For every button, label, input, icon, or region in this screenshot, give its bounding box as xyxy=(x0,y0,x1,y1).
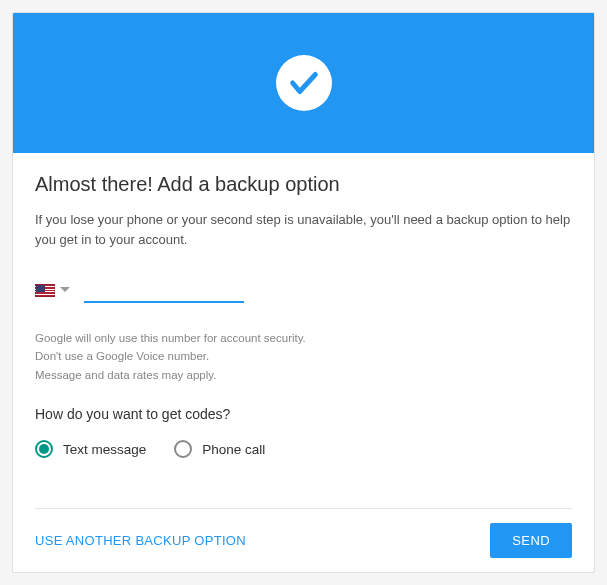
banner xyxy=(13,13,594,153)
phone-number-input[interactable] xyxy=(84,277,244,303)
radio-label: Text message xyxy=(63,442,146,457)
delivery-radio-group: Text message Phone call xyxy=(35,440,572,458)
disclaimer-rates: Message and data rates may apply. xyxy=(35,366,572,384)
disclaimer-security: Google will only use this number for acc… xyxy=(35,329,572,347)
radio-icon xyxy=(35,440,53,458)
us-flag-icon xyxy=(35,284,55,297)
delivery-question: How do you want to get codes? xyxy=(35,406,572,422)
chevron-down-icon xyxy=(60,287,70,293)
radio-label: Phone call xyxy=(202,442,265,457)
phone-row xyxy=(35,277,572,303)
radio-phone-call[interactable]: Phone call xyxy=(174,440,265,458)
send-button[interactable]: SEND xyxy=(490,523,572,558)
checkmark-icon xyxy=(276,55,332,111)
use-another-backup-link[interactable]: USE ANOTHER BACKUP OPTION xyxy=(35,533,246,548)
country-code-selector[interactable] xyxy=(35,282,70,299)
content: Almost there! Add a backup option If you… xyxy=(13,153,594,572)
backup-option-card: Almost there! Add a backup option If you… xyxy=(12,12,595,573)
page-description: If you lose your phone or your second st… xyxy=(35,210,572,249)
radio-text-message[interactable]: Text message xyxy=(35,440,146,458)
footer: USE ANOTHER BACKUP OPTION SEND xyxy=(35,508,572,558)
disclaimer-voice: Don't use a Google Voice number. xyxy=(35,347,572,365)
page-title: Almost there! Add a backup option xyxy=(35,173,572,196)
radio-icon xyxy=(174,440,192,458)
disclaimer-block: Google will only use this number for acc… xyxy=(35,329,572,384)
